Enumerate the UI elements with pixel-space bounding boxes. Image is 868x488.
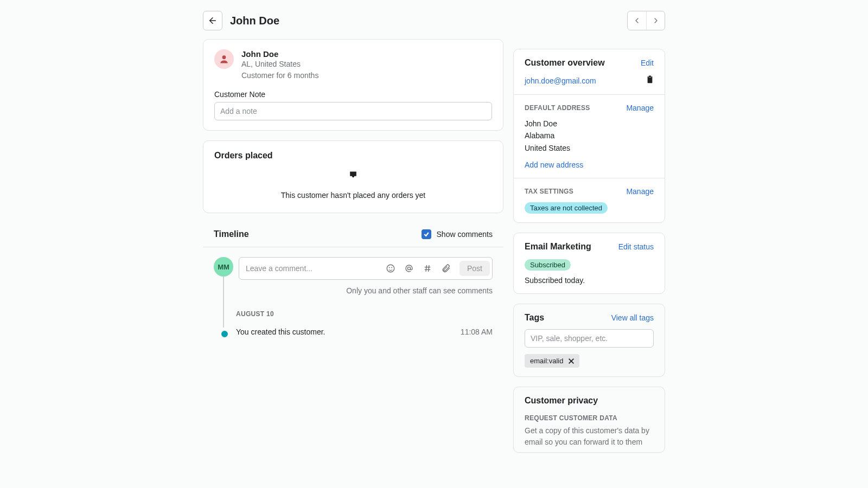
svg-point-1 <box>222 55 226 59</box>
inbox-icon <box>348 170 359 181</box>
orders-card: Orders placed This customer hasn't place… <box>203 140 503 213</box>
next-button[interactable] <box>646 11 665 30</box>
person-icon <box>219 54 229 65</box>
prev-button[interactable] <box>628 11 646 30</box>
show-comments-label: Show comments <box>437 230 493 239</box>
edit-status-link[interactable]: Edit status <box>618 242 654 251</box>
svg-point-4 <box>392 267 392 268</box>
subscribed-note: Subscribed today. <box>525 276 654 285</box>
tags-heading: Tags <box>525 313 544 323</box>
avatar <box>214 49 234 69</box>
mention-button[interactable] <box>401 260 417 277</box>
hash-icon <box>423 264 432 273</box>
timeline-item-time: 11:08 AM <box>461 328 493 336</box>
email-marketing-card: Email Marketing Edit status Subscribed S… <box>513 233 665 294</box>
copy-email-button[interactable] <box>646 75 654 86</box>
timeline-dot-icon <box>220 330 229 338</box>
emoji-button[interactable] <box>382 260 399 277</box>
address-line: John Doe <box>525 118 654 130</box>
attach-button[interactable] <box>438 260 454 277</box>
customer-email-link[interactable]: john.doe@gmail.com <box>525 76 596 85</box>
customer-tenure: Customer for 6 months <box>241 70 318 81</box>
arrow-left-icon <box>208 16 218 25</box>
tag-chip: email:valid <box>525 354 579 368</box>
comment-help-text: Only you and other staff can see comment… <box>239 286 493 295</box>
svg-rect-12 <box>649 76 651 78</box>
default-address-heading: DEFAULT ADDRESS <box>525 104 590 112</box>
customer-overview-card: Customer overview Edit john.doe@gmail.co… <box>513 49 665 223</box>
timeline-heading: Timeline <box>214 229 249 239</box>
comment-input[interactable] <box>246 264 382 273</box>
checkbox-checked-icon <box>422 229 431 239</box>
chevron-left-icon <box>633 16 641 25</box>
manage-tax-link[interactable]: Manage <box>626 187 654 196</box>
overview-heading: Customer overview <box>525 58 605 68</box>
timeline-item: You created this customer. 11:08 AM <box>223 328 493 336</box>
customer-privacy-card: Customer privacy REQUEST CUSTOMER DATA G… <box>513 387 665 453</box>
customer-profile-card: John Doe AL, United States Customer for … <box>203 39 503 131</box>
subscribed-badge: Subscribed <box>525 259 571 271</box>
tax-settings-heading: TAX SETTINGS <box>525 188 573 195</box>
view-all-tags-link[interactable]: View all tags <box>611 313 654 322</box>
show-comments-toggle[interactable]: Show comments <box>422 229 493 239</box>
remove-tag-button[interactable] <box>567 357 575 365</box>
tax-badge: Taxes are not collected <box>525 202 608 214</box>
customer-note-input[interactable] <box>214 102 492 120</box>
svg-point-5 <box>407 267 410 269</box>
request-data-heading: REQUEST CUSTOMER DATA <box>525 414 654 422</box>
svg-rect-10 <box>648 76 653 83</box>
address-line: United States <box>525 142 654 154</box>
timeline-item-text: You created this customer. <box>236 328 461 336</box>
post-button[interactable]: Post <box>459 261 490 276</box>
timeline-section: Timeline Show comments MM <box>203 223 503 341</box>
customer-location: AL, United States <box>241 59 318 70</box>
hashtag-button[interactable] <box>419 260 436 277</box>
privacy-heading: Customer privacy <box>525 396 654 406</box>
prev-next-group <box>627 11 665 30</box>
close-icon <box>567 357 575 365</box>
tags-card: Tags View all tags email:valid <box>513 304 665 377</box>
at-icon <box>404 264 414 273</box>
svg-point-3 <box>389 267 390 268</box>
tag-chip-label: email:valid <box>530 357 563 365</box>
paperclip-icon <box>441 264 451 273</box>
add-address-link[interactable]: Add new address <box>525 160 583 169</box>
comment-box: Post <box>239 257 493 280</box>
address-line: Alabama <box>525 130 654 142</box>
page-title: John Doe <box>230 15 627 27</box>
clipboard-icon <box>646 75 654 84</box>
staff-avatar: MM <box>214 257 233 277</box>
tags-input[interactable] <box>525 329 654 348</box>
edit-overview-link[interactable]: Edit <box>641 59 654 67</box>
orders-heading: Orders placed <box>214 151 492 160</box>
customer-note-label: Customer Note <box>214 90 492 99</box>
svg-line-9 <box>428 265 429 272</box>
back-button[interactable] <box>203 11 222 30</box>
svg-line-8 <box>426 265 427 272</box>
svg-point-2 <box>387 265 394 272</box>
orders-empty-text: This customer hasn't placed any orders y… <box>281 191 425 200</box>
request-data-text: Get a copy of this customer's data by em… <box>525 425 654 448</box>
timeline-date-heading: AUGUST 10 <box>236 310 493 318</box>
customer-name: John Doe <box>241 49 318 59</box>
chevron-right-icon <box>652 16 660 25</box>
emoji-icon <box>386 264 395 273</box>
manage-address-link[interactable]: Manage <box>626 104 654 112</box>
email-marketing-heading: Email Marketing <box>525 242 591 252</box>
